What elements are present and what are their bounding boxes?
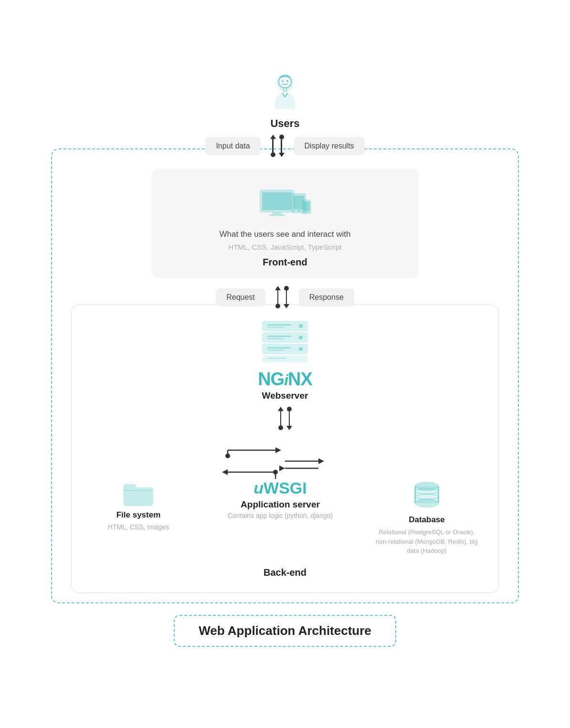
backend-three-col: File system HTML, CSS, Images: [91, 441, 479, 556]
dot-5: [278, 425, 283, 430]
svg-marker-40: [279, 465, 285, 471]
dot-6: [287, 407, 292, 411]
user-section: Users: [264, 72, 306, 130]
svg-rect-18: [267, 327, 284, 328]
nginx-uwsgi-arrows: [278, 407, 292, 430]
svg-rect-17: [267, 324, 291, 326]
arrow-head-down-3: [286, 426, 292, 430]
user-icon: [264, 72, 306, 115]
webserver-label: Webserver: [262, 390, 308, 401]
svg-rect-8: [269, 214, 285, 216]
dot-1: [271, 152, 275, 157]
frontend-icon: [256, 183, 314, 226]
svg-rect-6: [262, 192, 292, 211]
svg-rect-28: [267, 358, 286, 359]
request-badge: Request: [216, 288, 265, 306]
svg-point-16: [299, 324, 303, 328]
v-line-2: [281, 139, 282, 153]
io-arrows: [270, 135, 285, 157]
backend-area: NGiNX Webserver: [71, 305, 499, 593]
frontend-box: What the users see and interact with HTM…: [151, 169, 419, 278]
nginx-logo: NGiNX: [258, 369, 312, 390]
title-box: Web Application Architecture: [174, 615, 396, 647]
req-res-arrows: [275, 286, 289, 308]
svg-point-11: [298, 210, 300, 211]
dot-3: [275, 304, 280, 308]
svg-rect-7: [273, 212, 282, 215]
req-res-row: Request Response: [216, 286, 354, 308]
database-label: Database: [409, 515, 445, 525]
svg-rect-22: [267, 338, 284, 339]
server-icon-row: [259, 319, 311, 362]
frontend-description: What the users see and interact with: [220, 230, 351, 239]
io-row: Input data Display results: [205, 135, 364, 157]
uwsgi-section: uWSGI Application server Contains app lo…: [228, 479, 333, 519]
arrow-head-up-3: [278, 407, 284, 411]
svg-point-24: [299, 347, 303, 351]
database-icon: [410, 479, 443, 512]
svg-rect-27: [263, 356, 307, 362]
svg-rect-21: [267, 336, 291, 337]
arrow-head-down-1: [279, 153, 285, 157]
arrow-head-up-2: [275, 286, 281, 290]
filesystem-column: File system HTML, CSS, Images: [91, 441, 186, 532]
svg-point-43: [415, 499, 439, 507]
filesystem-label: File system: [116, 510, 161, 520]
v-line-3: [277, 290, 279, 304]
svg-point-20: [299, 336, 303, 339]
v-line-4: [286, 291, 287, 304]
folder-icon: [122, 479, 155, 507]
response-badge: Response: [299, 288, 354, 306]
svg-point-3: [286, 80, 288, 82]
backend-label: Back-end: [264, 567, 306, 578]
database-description: Relational (PostgreSQL or Oracle), non-r…: [374, 528, 479, 556]
svg-rect-13: [303, 201, 310, 211]
svg-marker-33: [222, 469, 228, 475]
svg-marker-32: [275, 447, 281, 453]
database-column: Database Relational (PostgreSQL or Oracl…: [374, 441, 479, 556]
svg-rect-4: [284, 88, 287, 92]
svg-marker-38: [318, 458, 324, 464]
frontend-label: Front-end: [263, 257, 307, 268]
appserver-description: Contains app logic (python, django): [228, 512, 333, 519]
client-area: What the users see and interact with HTM…: [51, 148, 519, 603]
v-line-6: [289, 411, 290, 426]
svg-rect-25: [267, 347, 291, 348]
uwsgi-logo: uWSGI: [253, 479, 306, 497]
title-text: Web Application Architecture: [199, 623, 371, 638]
v-line-1: [272, 139, 274, 152]
arrow-head-down-2: [284, 304, 289, 308]
user-label: Users: [270, 117, 299, 130]
dot-2: [279, 135, 284, 139]
arrow-head-up-1: [270, 135, 276, 139]
v-line-5: [280, 411, 282, 425]
appserver-label: Application server: [241, 499, 320, 510]
diagram-wrapper: Users Input data Display results: [51, 62, 519, 666]
display-results-badge: Display results: [294, 137, 365, 155]
svg-rect-26: [267, 349, 284, 351]
frontend-technologies: HTML, CSS, JavaScript, TypeScript: [228, 243, 341, 251]
svg-point-14: [306, 212, 307, 213]
connector-arrows-svg: [213, 441, 347, 484]
app-server-column: uWSGI Application server Contains app lo…: [186, 441, 374, 519]
svg-point-2: [282, 80, 283, 82]
input-data-badge: Input data: [205, 137, 260, 155]
dot-4: [284, 286, 289, 291]
nginx-section: NGiNX Webserver: [258, 369, 312, 401]
filesystem-tech: HTML, CSS, Images: [108, 523, 169, 532]
server-icon: [259, 319, 311, 362]
